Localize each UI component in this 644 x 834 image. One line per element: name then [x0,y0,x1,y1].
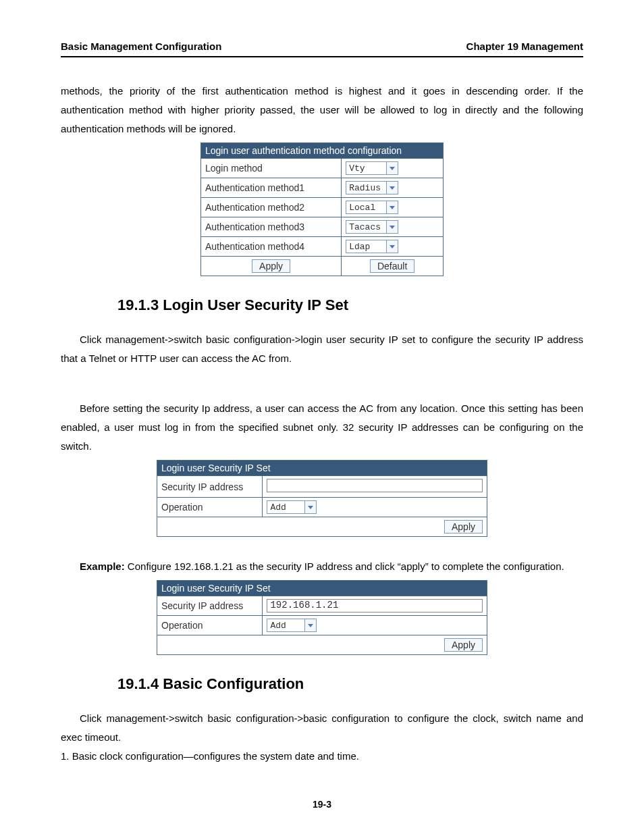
example-paragraph: Example: Configure 192.168.1.21 as the s… [61,557,583,576]
section-1914-title: 19.1.4 Basic Configuration [117,675,583,693]
header-left: Basic Management Configuration [61,41,221,52]
auth-row-label: Login method [201,159,342,178]
security-ip-table-filled: Login user Security IP Set Security IP a… [157,580,487,655]
auth-row-label: Authentication method2 [201,198,342,217]
chevron-down-icon [386,182,398,194]
example-lead: Example: [80,561,125,572]
auth-row-label: Authentication method3 [201,217,342,237]
auth-method2-select[interactable]: Local [346,201,398,214]
security-ip-input[interactable]: 192.168.1.21 [267,599,483,613]
chevron-down-icon [386,221,398,233]
select-value: Add [267,621,304,631]
operation-label: Operation [157,616,263,635]
auth-row-label: Authentication method1 [201,178,342,198]
chevron-down-icon [386,201,398,213]
chevron-down-icon [304,501,316,513]
select-value: Tacacs [346,222,386,232]
select-value: Radius [346,183,386,193]
auth-method-table: Login user authentication method configu… [200,142,444,276]
section-1913-title: 19.1.3 Login User Security IP Set [117,296,583,314]
select-value: Vty [346,163,386,174]
sec-ip-title: Login user Security IP Set [157,581,487,596]
example-rest: Configure 192.168.1.21 as the security I… [125,561,564,572]
select-value: Ldap [346,242,386,252]
page-number: 19-3 [0,799,644,810]
select-value: Add [267,502,304,513]
header-right: Chapter 19 Management [466,41,583,52]
auth-method3-select[interactable]: Tacacs [346,220,398,234]
default-button[interactable]: Default [370,259,414,273]
running-header: Basic Management Configuration Chapter 1… [61,41,583,57]
sec-ip-label: Security IP address [157,476,263,498]
chevron-down-icon [304,619,316,631]
operation-label: Operation [157,498,263,517]
auth-table-title: Login user authentication method configu… [201,143,444,159]
sec-1913-para1: Click management->switch basic configura… [61,330,583,368]
auth-method4-select[interactable]: Ldap [346,240,398,253]
apply-button[interactable]: Apply [252,259,290,273]
chevron-down-icon [386,162,398,174]
apply-button[interactable]: Apply [444,638,483,652]
sec-ip-label: Security IP address [157,596,263,616]
security-ip-input[interactable] [267,479,483,492]
login-method-select[interactable]: Vty [346,161,398,175]
chevron-down-icon [386,240,398,253]
auth-method1-select[interactable]: Radius [346,181,398,194]
sec-ip-title: Login user Security IP Set [157,461,487,476]
sec-1914-para1: Click management->switch basic configura… [61,709,583,747]
intro-paragraph: methods, the priority of the first authe… [61,82,583,138]
sec-1914-para2: 1. Basic clock configuration—configures … [61,747,583,766]
apply-button[interactable]: Apply [444,520,483,533]
select-value: Local [346,203,386,213]
auth-row-label: Authentication method4 [201,237,342,257]
operation-select[interactable]: Add [267,500,317,514]
sec-1913-para2: Before setting the security Ip address, … [61,399,583,456]
operation-select[interactable]: Add [267,619,317,632]
security-ip-table-blank: Login user Security IP Set Security IP a… [157,460,487,537]
